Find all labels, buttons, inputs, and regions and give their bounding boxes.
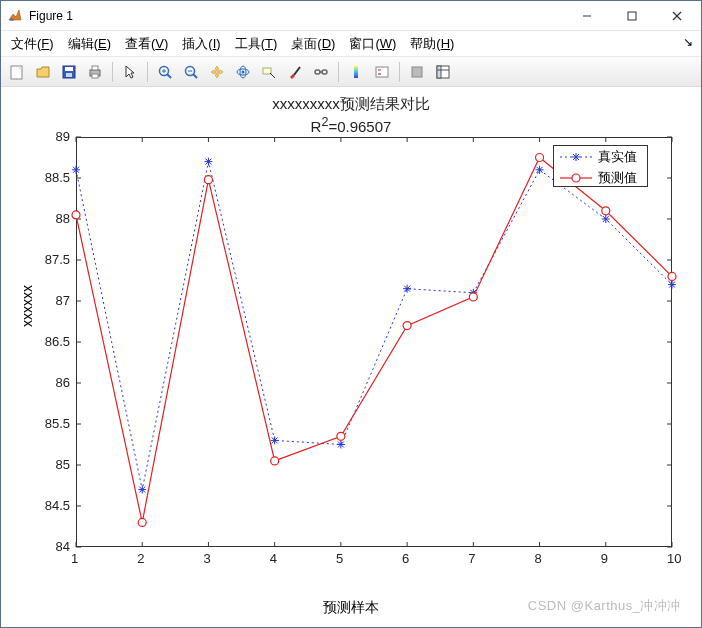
open-button[interactable] bbox=[31, 60, 55, 84]
legend[interactable]: 真实值预测值 bbox=[553, 145, 648, 187]
x-tick-label: 3 bbox=[203, 551, 210, 566]
y-tick-label: 84.5 bbox=[36, 498, 70, 513]
brush-button[interactable] bbox=[283, 60, 307, 84]
save-button[interactable] bbox=[57, 60, 81, 84]
minimize-button[interactable] bbox=[564, 2, 609, 30]
svg-rect-1 bbox=[628, 12, 636, 20]
svg-rect-10 bbox=[92, 74, 98, 78]
toolbar bbox=[1, 57, 701, 87]
print-button[interactable] bbox=[83, 60, 107, 84]
new-figure-button[interactable] bbox=[5, 60, 29, 84]
figure-window: Figure 1 文件(F) 编辑(E) 查看(V) 插入(I) 工具(T) 桌… bbox=[0, 0, 702, 628]
menu-overflow-icon[interactable]: ↘ bbox=[683, 35, 693, 49]
y-axis-label: xxxxxx bbox=[19, 285, 35, 327]
legend-label: 预测值 bbox=[598, 169, 637, 187]
rotate-3d-button[interactable] bbox=[231, 60, 255, 84]
matlab-logo-icon bbox=[7, 8, 23, 24]
svg-point-125 bbox=[602, 207, 610, 215]
menu-window[interactable]: 窗口(W) bbox=[349, 35, 396, 53]
svg-line-22 bbox=[270, 73, 275, 78]
x-tick-label: 6 bbox=[402, 551, 409, 566]
y-tick-label: 85 bbox=[36, 457, 70, 472]
maximize-button[interactable] bbox=[609, 2, 654, 30]
y-tick-label: 86.5 bbox=[36, 334, 70, 349]
x-tick-label: 9 bbox=[601, 551, 608, 566]
y-tick-label: 89 bbox=[36, 129, 70, 144]
menu-file[interactable]: 文件(F) bbox=[11, 35, 54, 53]
data-cursor-button[interactable] bbox=[257, 60, 281, 84]
y-tick-label: 86 bbox=[36, 375, 70, 390]
x-axis-label: 预测样本 bbox=[1, 599, 701, 617]
x-tick-label: 4 bbox=[270, 551, 277, 566]
close-button[interactable] bbox=[654, 2, 699, 30]
x-tick-label: 7 bbox=[468, 551, 475, 566]
figure-canvas: xxxxxxxxx预测结果对比 R2=0.96507 xxxxxx 预测样本 C… bbox=[1, 87, 701, 627]
y-tick-label: 85.5 bbox=[36, 416, 70, 431]
chart-title: xxxxxxxxx预测结果对比 bbox=[1, 95, 701, 114]
zoom-out-button[interactable] bbox=[179, 60, 203, 84]
svg-point-124 bbox=[536, 154, 544, 162]
x-tick-label: 2 bbox=[137, 551, 144, 566]
plot-area bbox=[76, 137, 672, 547]
link-data-button[interactable] bbox=[309, 60, 333, 84]
y-tick-label: 88 bbox=[36, 211, 70, 226]
y-tick-label: 87 bbox=[36, 293, 70, 308]
y-tick-label: 84 bbox=[36, 539, 70, 554]
svg-rect-28 bbox=[376, 67, 388, 77]
legend-item: 预测值 bbox=[554, 167, 647, 188]
show-plot-tools-button[interactable] bbox=[431, 60, 455, 84]
svg-point-120 bbox=[271, 457, 279, 465]
chart-subtitle: R2=0.96507 bbox=[1, 115, 701, 135]
menu-edit[interactable]: 编辑(E) bbox=[68, 35, 111, 53]
svg-point-122 bbox=[403, 322, 411, 330]
menu-desktop[interactable]: 桌面(D) bbox=[291, 35, 335, 53]
svg-point-123 bbox=[469, 293, 477, 301]
svg-line-12 bbox=[167, 74, 171, 78]
insert-legend-button[interactable] bbox=[370, 60, 394, 84]
menu-insert[interactable]: 插入(I) bbox=[182, 35, 220, 53]
svg-point-121 bbox=[337, 432, 345, 440]
svg-point-133 bbox=[572, 174, 580, 182]
svg-rect-9 bbox=[92, 66, 98, 70]
pan-button[interactable] bbox=[205, 60, 229, 84]
insert-colorbar-button[interactable] bbox=[344, 60, 368, 84]
x-tick-label: 10 bbox=[667, 551, 681, 566]
svg-point-117 bbox=[72, 211, 80, 219]
hide-plot-tools-button[interactable] bbox=[405, 60, 429, 84]
zoom-in-button[interactable] bbox=[153, 60, 177, 84]
svg-line-16 bbox=[193, 74, 197, 78]
svg-point-119 bbox=[204, 176, 212, 184]
svg-rect-27 bbox=[354, 66, 358, 78]
svg-point-20 bbox=[242, 70, 245, 73]
y-tick-label: 88.5 bbox=[36, 170, 70, 185]
title-bar: Figure 1 bbox=[1, 1, 701, 31]
svg-rect-7 bbox=[66, 73, 72, 77]
x-tick-label: 1 bbox=[71, 551, 78, 566]
x-tick-label: 8 bbox=[535, 551, 542, 566]
legend-label: 真实值 bbox=[598, 148, 637, 166]
svg-rect-33 bbox=[437, 66, 441, 78]
svg-point-118 bbox=[138, 518, 146, 526]
menu-bar: 文件(F) 编辑(E) 查看(V) 插入(I) 工具(T) 桌面(D) 窗口(W… bbox=[1, 31, 701, 57]
menu-help[interactable]: 帮助(H) bbox=[410, 35, 454, 53]
legend-item: 真实值 bbox=[554, 146, 647, 167]
menu-view[interactable]: 查看(V) bbox=[125, 35, 168, 53]
window-title: Figure 1 bbox=[29, 9, 564, 23]
menu-tools[interactable]: 工具(T) bbox=[235, 35, 278, 53]
svg-rect-21 bbox=[263, 68, 271, 74]
svg-rect-6 bbox=[65, 67, 73, 71]
svg-point-126 bbox=[668, 272, 676, 280]
x-tick-label: 5 bbox=[336, 551, 343, 566]
svg-line-23 bbox=[294, 67, 300, 75]
svg-rect-31 bbox=[412, 67, 422, 77]
y-tick-label: 87.5 bbox=[36, 252, 70, 267]
pointer-button[interactable] bbox=[118, 60, 142, 84]
